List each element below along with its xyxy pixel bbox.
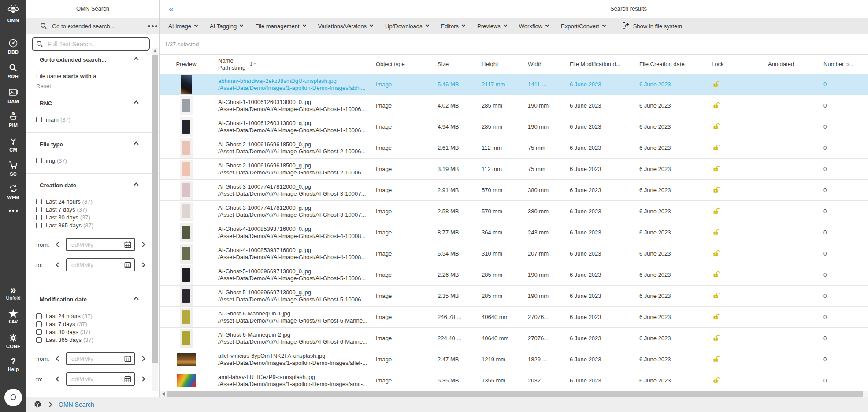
rail-item-dbd[interactable]: DBD [0, 38, 26, 55]
lock-cell [706, 313, 763, 322]
collapse-chevron-icon[interactable] [134, 100, 138, 105]
toolbar-menu[interactable]: Export/Convert [561, 23, 605, 30]
toolbar-menu[interactable]: Editors [441, 23, 465, 30]
chevron-right-icon[interactable] [140, 242, 145, 247]
result-row[interactable]: AI-Ghost-1-100061260313000_g.jpg /Asset-… [160, 116, 868, 137]
checkbox[interactable] [36, 313, 42, 319]
result-row[interactable]: amit-lahav-LU_fCezP9-o-unsplash.jpg /Ass… [160, 370, 868, 391]
preview-cell [160, 160, 213, 179]
result-row[interactable]: AI-Ghost-3-100077417812000_g.jpg /Asset-… [160, 201, 868, 222]
rail-item-dam[interactable]: DAM [0, 87, 26, 104]
column-header-modification-date[interactable]: File Modification d... [564, 61, 634, 67]
rail-item-pim[interactable]: P PIM [0, 111, 26, 128]
filter-date-option[interactable]: Last 7 days (37) [36, 320, 93, 328]
toolbar-menu[interactable]: Previews [477, 23, 507, 30]
column-header-preview[interactable]: Preview [160, 61, 213, 67]
result-row[interactable]: AI-Ghost-2-100061669618500_g.jpg /Asset-… [160, 159, 868, 180]
column-header-width[interactable]: Width [523, 61, 564, 67]
rail-item-help[interactable]: ? Help [0, 357, 26, 372]
user-avatar[interactable]: O [4, 389, 22, 406]
collapse-sidebar-button[interactable]: « [169, 4, 174, 14]
breadcrumb-omn-search[interactable]: OMN Search [59, 401, 94, 408]
rail-item-wfm[interactable]: WFM [0, 183, 26, 200]
toolbar-menu[interactable]: File management [255, 23, 305, 30]
result-row[interactable]: AI-Ghost-4-100085393716000_g.jpg /Asset-… [160, 243, 868, 264]
rail-item-more[interactable] [0, 208, 26, 213]
rail-item-sc[interactable]: SC [0, 160, 26, 177]
checkbox[interactable] [36, 158, 42, 163]
filter-date-option[interactable]: Last 30 days (37) [36, 328, 93, 336]
result-row[interactable]: AI-Ghost-6-Mannequin-1.jpg /Asset-Data/D… [160, 307, 868, 328]
scroll-left-icon[interactable] [162, 392, 165, 396]
chevron-right-icon[interactable] [140, 356, 145, 361]
result-row[interactable]: AI-Ghost-3-100077417812000_0.jpg /Asset-… [160, 180, 868, 201]
reset-link[interactable]: Reset [36, 83, 51, 89]
horizontal-scrollbar[interactable] [160, 391, 868, 397]
fulltext-search-input[interactable] [32, 37, 150, 51]
rail-item-unfold[interactable]: » Unfold [0, 286, 26, 301]
result-row[interactable]: AI-Ghost-5-100069669713000_g.jpg /Asset-… [160, 286, 868, 307]
scrollbar-thumb[interactable] [152, 55, 158, 363]
result-row[interactable]: AI-Ghost-6-Mannequin-2.jpg /Asset-Data/D… [160, 328, 868, 349]
chevron-right-icon[interactable] [140, 376, 145, 381]
rail-item-cm[interactable]: CM [0, 136, 26, 152]
filter-option-img[interactable]: img (37) [36, 156, 67, 164]
scroll-up-icon[interactable] [153, 49, 157, 52]
sidebar-scrollbar[interactable] [152, 48, 158, 391]
checkbox[interactable] [36, 215, 42, 220]
collapse-chevron-icon[interactable] [134, 297, 138, 301]
collapse-chevron-icon[interactable] [134, 57, 138, 62]
checkbox[interactable] [36, 337, 42, 343]
column-header-object-type[interactable]: Object type [371, 61, 432, 67]
chevron-left-icon[interactable] [56, 356, 60, 361]
toolbar-menu[interactable]: Variations/Versions [318, 23, 373, 30]
rail-item-srh[interactable]: SRH [0, 63, 26, 79]
filter-date-option[interactable]: Last 365 days (37) [36, 336, 93, 344]
checkbox[interactable] [36, 199, 42, 204]
result-row[interactable]: AI-Ghost-1-100061260313000_0.jpg /Asset-… [160, 95, 868, 116]
checkbox[interactable] [36, 329, 42, 335]
scrollbar-thumb[interactable] [167, 391, 863, 397]
toolbar-menu[interactable]: Up/Downloads [385, 23, 429, 30]
number-cell: 0 [818, 123, 868, 130]
show-in-file-system-button[interactable]: Show in file system [621, 21, 682, 31]
toolbar-menu[interactable]: AI Image [168, 23, 197, 30]
number-cell: 0 [818, 187, 868, 193]
column-header-creation-date[interactable]: File Creation date [634, 61, 706, 67]
result-row[interactable]: AI-Ghost-2-100061669618500_0.jpg /Asset-… [160, 137, 868, 159]
column-header-lock[interactable]: Lock [706, 61, 763, 67]
column-header-name-path[interactable]: NamePath string 1 [213, 57, 371, 71]
column-header-number[interactable]: Number o... [818, 61, 868, 67]
toolbar-menu[interactable]: AI Tagging [210, 23, 243, 30]
rail-item-conf[interactable]: CONF [0, 333, 26, 349]
chevron-left-icon[interactable] [56, 376, 60, 381]
chevron-left-icon[interactable] [56, 242, 60, 247]
chevron-right-icon[interactable] [140, 262, 145, 267]
filter-date-option[interactable]: Last 24 hours (37) [36, 312, 93, 320]
rail-item-omn[interactable]: OMN [0, 4, 26, 23]
chevron-left-icon[interactable] [56, 262, 60, 267]
result-row[interactable]: abhinav-bhardwaj-2ekzJ8smDgU-unsplash.jp… [160, 74, 868, 95]
result-row[interactable]: AI-Ghost-5-100069669713000_0.jpg /Asset-… [160, 264, 868, 286]
gear-icon [0, 333, 26, 343]
more-options-icon[interactable] [148, 25, 150, 27]
result-row[interactable]: AI-Ghost-4-100085393716000_0.jpg /Asset-… [160, 222, 868, 243]
collapse-chevron-icon[interactable] [134, 182, 138, 187]
checkbox[interactable] [36, 117, 42, 122]
toolbar-menu[interactable]: Workflow [519, 23, 549, 30]
column-header-size[interactable]: Size [432, 61, 476, 67]
filter-date-option[interactable]: Last 365 days (37) [36, 221, 93, 229]
filter-option-mam[interactable]: mam (37) [36, 115, 70, 123]
extended-search-bar[interactable]: Go to extended search... [26, 18, 159, 34]
column-header-annotated[interactable]: Annotated [763, 61, 818, 67]
filter-date-option[interactable]: Last 7 days (37) [36, 205, 93, 213]
checkbox[interactable] [36, 223, 42, 228]
collapse-chevron-icon[interactable] [134, 141, 138, 146]
column-header-height[interactable]: Height [476, 61, 523, 67]
checkbox[interactable] [36, 321, 42, 327]
result-row[interactable]: allef-vinicius-6ypOmTNK2FA-unsplash.jpg … [160, 349, 868, 370]
filter-date-option[interactable]: Last 30 days (37) [36, 213, 93, 221]
checkbox[interactable] [36, 207, 42, 212]
rail-item-fav[interactable]: ★ FAV [0, 309, 26, 324]
filter-date-option[interactable]: Last 24 hours (37) [36, 197, 93, 205]
